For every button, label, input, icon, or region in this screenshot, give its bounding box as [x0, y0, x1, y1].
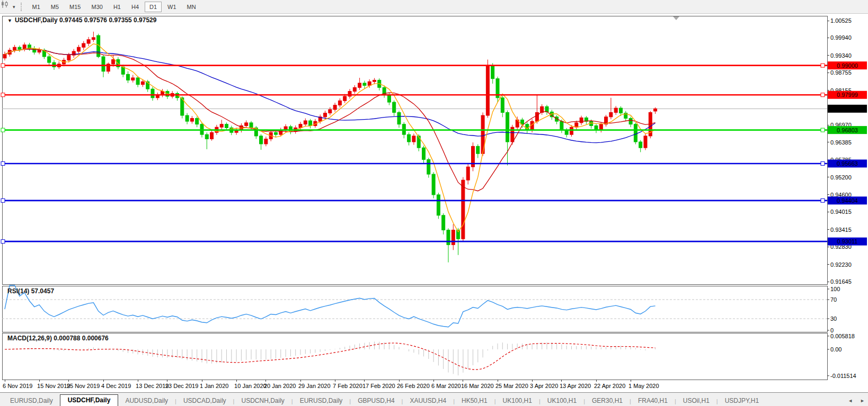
candle-body	[535, 112, 538, 121]
candle-body	[274, 132, 278, 134]
chart-tab-XAUUSD-H4[interactable]: XAUUSD,H4	[403, 395, 453, 406]
candlestick-chart-icon[interactable]	[2, 3, 12, 11]
candle-body	[368, 82, 371, 85]
tabs-scroll-left-icon[interactable]: ◄	[848, 398, 853, 403]
candle-body	[220, 124, 223, 128]
candle-body	[393, 102, 396, 112]
candle-body	[614, 108, 617, 112]
chevron-down-icon[interactable]: ▾	[13, 4, 15, 10]
chart-tab-EURUSD-Daily[interactable]: EURUSD,Daily	[3, 395, 60, 406]
date-axis-label: 15 Nov 2019	[37, 383, 70, 389]
timeframe-button-W1[interactable]: W1	[163, 2, 181, 12]
resistance-line-1-right-handle[interactable]	[821, 64, 825, 67]
timeframe-toolbar: M1M5M15M30H1H4D1W1MN	[27, 4, 201, 10]
date-axis-label: 6 Nov 2019	[3, 383, 32, 389]
chart-canvas: 1.005250.999400.993400.987550.981550.969…	[0, 0, 868, 406]
candle-body	[329, 110, 332, 113]
date-axis-label: 25 Nov 2019	[67, 383, 100, 389]
resistance-line-2-left-handle[interactable]	[1, 93, 5, 97]
timeframe-button-H4[interactable]: H4	[127, 2, 144, 12]
candle-body	[629, 119, 632, 124]
candle-body	[422, 148, 426, 159]
candle-body	[343, 96, 347, 101]
timeframe-button-M1[interactable]: M1	[28, 2, 45, 12]
chart-tab-FRA40-H1[interactable]: FRA40,H1	[631, 395, 675, 406]
chart-tab-bar: EURUSD,DailyUSDCHF,DailyAUDUSD,Daily|USD…	[0, 392, 868, 406]
candle-body	[353, 87, 356, 91]
chart-tab-EURUSD-Daily[interactable]: EURUSD,Daily	[293, 395, 350, 406]
pivot-line-left-handle[interactable]	[1, 128, 5, 132]
tool-group: ▾	[0, 3, 17, 11]
main-chart-panel	[2, 16, 827, 284]
candle-body	[112, 60, 115, 64]
price-axis-label: 0.94015	[830, 209, 852, 215]
chart-tab-USDJPY-H1[interactable]: USDJPY,H1	[718, 395, 766, 406]
candle-body	[33, 48, 36, 52]
candle-body	[387, 95, 391, 102]
candle-body	[437, 195, 440, 215]
chart-tab-USDCNH-Daily[interactable]: USDCNH,Daily	[234, 395, 291, 406]
date-axis-label: 22 Apr 2020	[594, 383, 625, 389]
support-line-1-right-handle[interactable]	[821, 161, 825, 165]
timeframe-button-H1[interactable]: H1	[109, 2, 126, 12]
support-line-3-left-handle[interactable]	[1, 240, 5, 243]
candle-body	[264, 139, 268, 143]
candle-body	[3, 55, 6, 58]
timeframe-button-D1[interactable]: D1	[145, 2, 162, 12]
chart-tab-USOil-H1[interactable]: USOil,H1	[676, 395, 716, 406]
toolbar-grip-handle[interactable]	[21, 3, 23, 11]
candle-body	[279, 130, 282, 134]
resistance-line-2-right-handle[interactable]	[821, 93, 825, 97]
candle-body	[619, 108, 623, 113]
tab-scroll-controls: ◄ ►	[848, 398, 865, 403]
candle-body	[609, 112, 613, 116]
candle-body	[427, 159, 430, 174]
rsi-axis-label: 70	[830, 296, 837, 303]
candle-body	[225, 124, 228, 128]
candle-body	[338, 101, 341, 105]
chart-tab-USDCAD-Daily[interactable]: USDCAD,Daily	[176, 395, 233, 406]
resistance-line-1-left-handle[interactable]	[1, 64, 5, 67]
date-axis-label: 3 Apr 2020	[530, 383, 558, 389]
tabs-scroll-right-icon[interactable]: ►	[860, 398, 865, 403]
price-axis-label: 0.91645	[830, 278, 852, 285]
date-axis-label: 7 Feb 2020	[333, 383, 362, 389]
candle-body	[260, 136, 263, 144]
chart-tab-AUDUSD-Daily[interactable]: AUDUSD,Daily	[118, 395, 175, 406]
timeframe-button-M5[interactable]: M5	[46, 2, 64, 12]
price-axis-label: 0.99340	[830, 52, 852, 59]
candle-body	[13, 47, 16, 50]
candle-body	[526, 124, 529, 130]
macd-axis-label: 0.00	[830, 346, 842, 353]
chart-tab-HK50-H1[interactable]: HK50,H1	[455, 395, 494, 406]
chart-tabs: EURUSD,DailyUSDCHF,DailyAUDUSD,Daily|USD…	[0, 393, 766, 406]
candle-body	[545, 106, 548, 112]
timeframe-button-M15[interactable]: M15	[65, 2, 85, 12]
chart-tab-UK100-H1[interactable]: UK100,H1	[541, 395, 583, 406]
date-axis-label: 13 Dec 2019	[136, 383, 169, 389]
candle-body	[205, 134, 208, 139]
timeframe-button-M30[interactable]: M30	[87, 2, 108, 12]
candle-body	[466, 167, 470, 180]
candle-body	[77, 47, 81, 51]
support-line-2-left-handle[interactable]	[1, 199, 5, 202]
date-axis-label: 10 Jan 2020	[234, 383, 267, 389]
date-axis-label: 4 Dec 2019	[101, 383, 131, 389]
pivot-line-right-handle[interactable]	[821, 128, 825, 132]
chart-tab-USDCHF-Daily[interactable]: USDCHF,Daily	[60, 394, 119, 406]
support-line-2-right-handle[interactable]	[821, 199, 825, 202]
chart-tab-UK100-H1[interactable]: UK100,H1	[496, 395, 539, 406]
symbol-dropdown-icon[interactable]: ▼	[7, 18, 12, 23]
timeframe-button-MN[interactable]: MN	[182, 2, 201, 12]
chart-tab-GBPUSD-H4[interactable]: GBPUSD,H4	[351, 395, 401, 406]
chart-tab-GER30-H1[interactable]: GER30,H1	[585, 395, 630, 406]
candle-body	[373, 80, 376, 82]
rsi-panel	[2, 286, 827, 332]
candle-body	[397, 112, 401, 124]
support-line-1-left-handle[interactable]	[1, 161, 5, 165]
price-axis-label: 0.98755	[830, 69, 852, 76]
candle-body	[358, 83, 361, 87]
candle-body	[654, 109, 657, 111]
candle-body	[447, 230, 450, 245]
candle-body	[131, 78, 135, 80]
